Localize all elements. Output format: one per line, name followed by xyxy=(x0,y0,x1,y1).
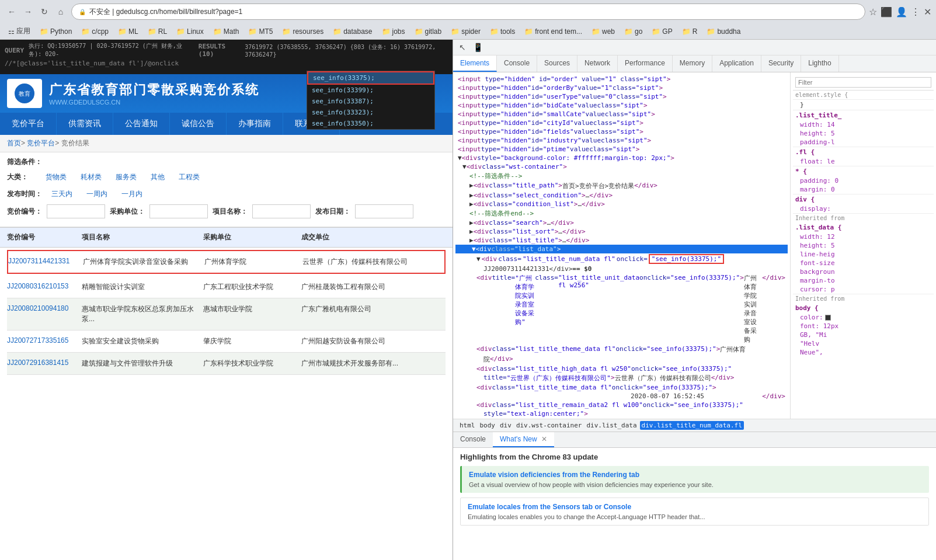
xpath-result-1[interactable]: see_info(33399); xyxy=(307,85,434,96)
profile-icon[interactable]: 👤 xyxy=(896,6,907,18)
dom-line[interactable]: <!--筛选条件end--> xyxy=(455,208,788,218)
dom-line[interactable]: <input type="hidden" id="industry" value… xyxy=(455,136,788,145)
dom-line[interactable]: ▶ <div class="list_title">…</div> xyxy=(455,236,788,245)
dom-line[interactable]: 2020-08-07 16:52:45 </div> xyxy=(455,392,788,401)
bookmark-mt5[interactable]: 📁 MT5 xyxy=(245,26,276,37)
tab-lighthouse[interactable]: Lightho xyxy=(801,55,838,72)
dom-line[interactable]: <div title="广州体育学院实训录音室设备采购" class="list… xyxy=(455,273,788,345)
category-services[interactable]: 服务类 xyxy=(111,171,141,184)
dom-line[interactable]: ▶ <div class="condition_list">…</div> xyxy=(455,200,788,208)
bookmark-cpp[interactable]: 📁 c/cpp xyxy=(78,26,112,37)
tab-network[interactable]: Network xyxy=(577,55,618,72)
back-button[interactable]: ← xyxy=(5,5,19,19)
device-toolbar-icon[interactable]: 📱 xyxy=(471,41,485,53)
bc-list-data[interactable]: div.list_data xyxy=(584,421,638,430)
bookmark-tools[interactable]: 📁 tools xyxy=(486,26,519,37)
xpath-result-4[interactable]: see_info(33350); xyxy=(307,118,434,129)
bookmark-go[interactable]: 📁 go xyxy=(621,26,646,37)
menu-icon[interactable]: ⋮ xyxy=(911,6,920,18)
tab-elements[interactable]: Elements xyxy=(453,55,497,72)
nav-jingjiapingtai[interactable]: 竞价平台 xyxy=(0,113,57,135)
close-whats-new-icon[interactable]: ✕ xyxy=(541,435,547,443)
bookmark-linux[interactable]: 📁 Linux xyxy=(173,26,207,37)
tab-console-bottom[interactable]: Console xyxy=(453,432,493,447)
dom-line[interactable]: JJ200073114421331</div> == $0 xyxy=(455,265,788,273)
xpath-result-selected[interactable]: see_info(33375); xyxy=(307,71,434,85)
category-other[interactable]: 其他 xyxy=(146,171,169,184)
tab-sources[interactable]: Sources xyxy=(537,55,577,72)
tab-application[interactable]: Application xyxy=(712,55,761,72)
table-row[interactable]: JJ20080316210153 精雕智能设计实训室 广东工程职业技术学院 广州… xyxy=(7,276,446,298)
bookmark-ml[interactable]: 📁 ML xyxy=(114,26,142,37)
address-bar[interactable]: 🔒 不安全 | gdedulscg.cn/home/bill/billresul… xyxy=(71,4,865,20)
dom-line[interactable]: <div class="list_title_theme_data fl" on… xyxy=(455,345,788,354)
time-1week[interactable]: 一周内 xyxy=(82,187,112,201)
bookmark-web[interactable]: 📁 web xyxy=(588,26,618,37)
close-icon[interactable]: ✕ xyxy=(924,6,931,18)
table-row[interactable]: JJ20072916381415 建筑报建与文件管理软件升级 广东科学技术职业学… xyxy=(7,353,446,375)
nav-banshi[interactable]: 办事指南 xyxy=(227,113,283,135)
dom-highlighted-line[interactable]: ▼ <div class="list_title_num_data fl" on… xyxy=(455,253,788,265)
nav-chengxin[interactable]: 诚信公告 xyxy=(170,113,227,135)
dom-line[interactable]: ▶ <div class="title_path">首页>竞价平台>竞价结果</… xyxy=(455,181,788,191)
bookmark-math[interactable]: 📁 Math xyxy=(210,26,243,37)
dom-line[interactable]: <input type="hidden" id="fields" value c… xyxy=(455,127,788,136)
dom-line[interactable]: ▶ <div class="select_condition">…</div> xyxy=(455,191,788,200)
dom-line[interactable]: <input type="hidden" id="cityId" value c… xyxy=(455,119,788,127)
table-row[interactable]: JJ20080210094180 惠城市职业学院东校区总泵房加压水泵... 惠城… xyxy=(7,298,446,331)
date-input[interactable] xyxy=(355,204,413,218)
dom-line[interactable]: <div class="list_title_time_data fl" onc… xyxy=(455,383,788,392)
bookmark-resources[interactable]: 📁 resourses xyxy=(279,26,327,37)
bc-list-title[interactable]: div.list_title_num_data.fl xyxy=(640,421,744,430)
bookmark-spider[interactable]: 📁 spider xyxy=(447,26,484,37)
bookmark-jobs[interactable]: 📁 jobs xyxy=(378,26,409,37)
dom-line[interactable]: <input type="hidden" id="bidCate" value … xyxy=(455,101,788,110)
project-input[interactable] xyxy=(252,204,311,218)
dom-line[interactable]: ▼ <div style="background-color: #ffffff;… xyxy=(455,154,788,162)
bookmark-rl[interactable]: 📁 RL xyxy=(144,26,171,37)
bc-html[interactable]: html xyxy=(458,421,477,430)
tab-whats-new[interactable]: What's New ✕ xyxy=(493,432,554,447)
xpath-result-3[interactable]: see_info(33323); xyxy=(307,107,434,118)
nav-gonggao[interactable]: 公告通知 xyxy=(113,113,170,135)
inspect-element-icon[interactable]: ↖ xyxy=(457,41,468,53)
dom-line[interactable]: ▶ <div class="search">…</div> xyxy=(455,218,788,227)
bookmark-star-icon[interactable]: ☆ xyxy=(869,6,877,18)
bookmark-gp[interactable]: 📁 GP xyxy=(648,26,676,37)
dom-line[interactable]: style="text-align:center;"> xyxy=(455,409,788,418)
price-input[interactable] xyxy=(47,204,105,218)
breadcrumb-home[interactable]: 首页 xyxy=(7,139,21,147)
style-filter-input[interactable] xyxy=(795,77,931,88)
dom-line[interactable]: <div class="list_title_remain_data2 fl w… xyxy=(455,401,788,409)
xpath-result-2[interactable]: see_info(33387); xyxy=(307,96,434,107)
extension-icon[interactable]: ⬛ xyxy=(881,6,892,18)
bookmark-r[interactable]: 📁 R xyxy=(678,26,701,37)
home-button[interactable]: ⌂ xyxy=(54,5,68,19)
breadcrumb-platform[interactable]: 竞价平台 xyxy=(27,139,55,147)
time-3days[interactable]: 三天内 xyxy=(47,187,77,201)
category-consumables[interactable]: 耗材类 xyxy=(76,171,106,184)
bookmark-gitlab[interactable]: 📁 gitlab xyxy=(411,26,446,37)
time-1month[interactable]: 一月内 xyxy=(117,187,147,201)
dom-line[interactable]: <input type="hidden" id="order" value="1… xyxy=(455,75,788,84)
bc-wst[interactable]: div.wst-container xyxy=(514,421,584,430)
dom-line[interactable]: <input type="hidden" id="smallCate" valu… xyxy=(455,110,788,119)
tab-performance[interactable]: Performance xyxy=(618,55,673,72)
dom-line[interactable]: <input type="hidden" id="userType" value… xyxy=(455,92,788,101)
tab-console[interactable]: Console xyxy=(497,55,537,72)
bookmark-buddha[interactable]: 📁 buddha xyxy=(703,26,744,37)
dom-line[interactable]: ▶ <div class="list_sort">…</div> xyxy=(455,227,788,236)
dom-line[interactable]: <!--筛选条件--> xyxy=(455,171,788,181)
dom-selected-line[interactable]: ▼ <div class="list_data"> xyxy=(455,245,788,253)
forward-button[interactable]: → xyxy=(21,5,35,19)
dom-line[interactable]: <div class="list_title_high_data fl w250… xyxy=(455,364,788,373)
bc-body[interactable]: body xyxy=(478,421,497,430)
bookmark-frontend[interactable]: 📁 front end tem... xyxy=(521,26,586,37)
table-row[interactable]: JJ20072717335165 实验室安全建设货物采购 肇庆学院 广州阳越安防… xyxy=(7,331,446,353)
dom-line[interactable]: ▼ <div class="wst-container"> xyxy=(455,162,788,171)
bookmark-database[interactable]: 📁 database xyxy=(329,26,375,37)
dom-line[interactable]: <input type="hidden" id="ptime" value cl… xyxy=(455,145,788,154)
buyer-input[interactable] xyxy=(149,204,208,218)
bookmark-python[interactable]: 📁 Python xyxy=(36,26,75,37)
tab-security[interactable]: Security xyxy=(761,55,801,72)
